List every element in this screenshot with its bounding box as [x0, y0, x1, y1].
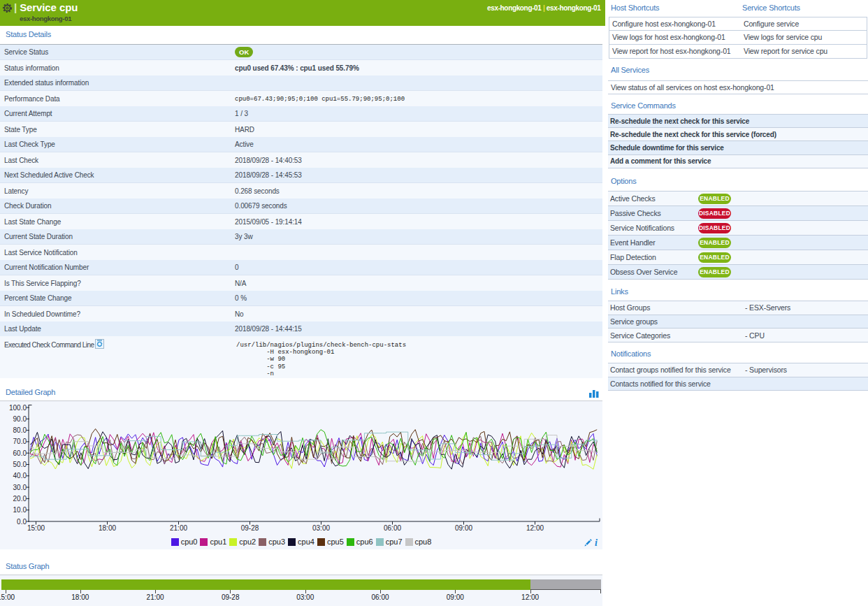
svg-text:09:00: 09:00: [455, 524, 472, 532]
svg-text:0.0: 0.0: [17, 518, 27, 526]
svg-text:15:00: 15:00: [27, 524, 45, 532]
svg-text:100.0: 100.0: [9, 404, 27, 412]
svg-text:20.0: 20.0: [13, 495, 27, 503]
svg-text:50.0: 50.0: [13, 461, 27, 468]
svg-text:12:00: 12:00: [526, 524, 544, 532]
svg-text:30.0: 30.0: [13, 484, 27, 491]
svg-text:06:00: 06:00: [384, 524, 401, 532]
svg-text:18:00: 18:00: [99, 524, 116, 532]
svg-text:21:00: 21:00: [170, 524, 187, 532]
svg-text:10.0: 10.0: [13, 506, 27, 514]
svg-text:70.0: 70.0: [13, 438, 27, 445]
svg-text:40.0: 40.0: [13, 472, 27, 479]
svg-text:03:00: 03:00: [312, 524, 330, 532]
svg-text:60.0: 60.0: [13, 449, 27, 457]
svg-text:80.0: 80.0: [13, 426, 27, 434]
svg-text:90.0: 90.0: [13, 415, 27, 423]
svg-text:09-28: 09-28: [241, 524, 259, 532]
